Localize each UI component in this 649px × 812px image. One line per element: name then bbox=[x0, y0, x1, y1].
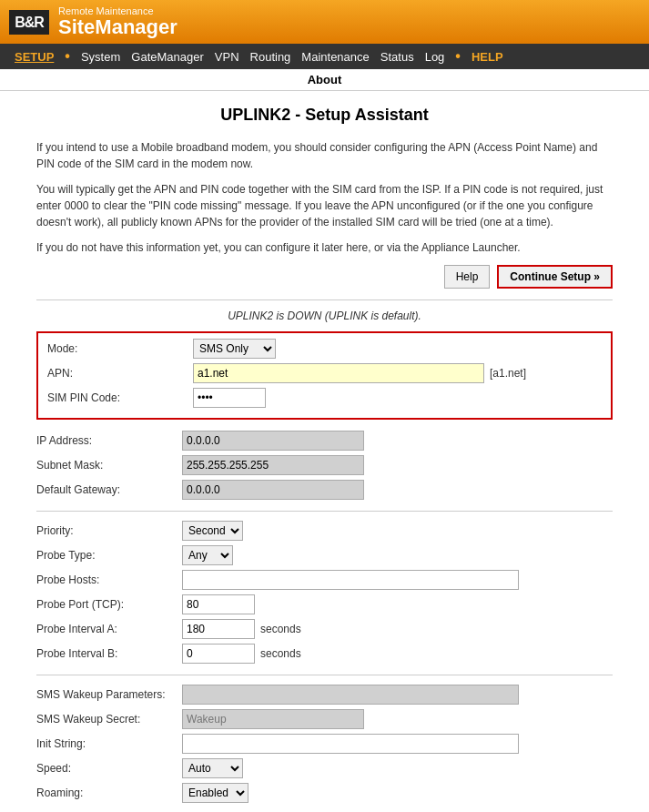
probe-hosts-label: Probe Hosts: bbox=[36, 573, 182, 586]
apn-label: APN: bbox=[47, 367, 193, 380]
header: B&R Remote Maintenance SiteManager bbox=[0, 0, 649, 44]
apn-input[interactable] bbox=[193, 363, 484, 383]
gateway-label: Default Gateway: bbox=[36, 483, 182, 496]
priority-row: Priority: First Second Third bbox=[36, 521, 613, 541]
divider-modem bbox=[36, 675, 613, 675]
sms-wakeup-params-input[interactable] bbox=[182, 685, 519, 705]
probe-interval-b-label: Probe Interval B: bbox=[36, 647, 182, 660]
status-line: UPLINK2 is DOWN (UPLINK is default). bbox=[36, 310, 613, 322]
nav-help[interactable]: HELP bbox=[466, 50, 509, 64]
priority-select[interactable]: First Second Third bbox=[182, 521, 243, 541]
sub-header: About bbox=[0, 69, 649, 91]
pin-label: SIM PIN Code: bbox=[47, 391, 193, 404]
nav-vpn[interactable]: VPN bbox=[209, 50, 245, 64]
subnet-label: Subnet Mask: bbox=[36, 459, 182, 472]
sms-wakeup-secret-label: SMS Wakeup Secret: bbox=[36, 713, 182, 726]
sms-wakeup-params-label: SMS Wakeup Parameters: bbox=[36, 688, 182, 701]
probe-interval-b-unit: seconds bbox=[260, 647, 301, 660]
roaming-select[interactable]: Enabled Disabled bbox=[182, 783, 248, 803]
modem-section: SMS Wakeup Parameters: SMS Wakeup Secret… bbox=[36, 685, 613, 803]
nav-setup[interactable]: SETUP bbox=[9, 50, 59, 64]
probe-hosts-row: Probe Hosts: bbox=[36, 570, 613, 590]
init-string-label: Init String: bbox=[36, 737, 182, 750]
pin-input[interactable] bbox=[193, 388, 266, 408]
mode-select[interactable]: SMS Only GSM/GPRS UMTS/3G LTE/4G Auto bbox=[193, 339, 276, 359]
gateway-input[interactable] bbox=[182, 480, 364, 500]
info-para-3: If you do not have this information yet,… bbox=[36, 239, 613, 256]
gateway-row: Default Gateway: bbox=[36, 480, 613, 500]
ip-row: IP Address: bbox=[36, 431, 613, 451]
help-button[interactable]: Help bbox=[444, 265, 491, 289]
ip-section: IP Address: Subnet Mask: Default Gateway… bbox=[36, 431, 613, 500]
logo: B&R bbox=[9, 10, 49, 35]
nav-maintenance[interactable]: Maintenance bbox=[296, 50, 374, 64]
roaming-row: Roaming: Enabled Disabled bbox=[36, 783, 613, 803]
probe-port-row: Probe Port (TCP): bbox=[36, 594, 613, 614]
divider-top bbox=[36, 299, 613, 300]
nav-routing[interactable]: Routing bbox=[245, 50, 297, 64]
highlighted-section: Mode: SMS Only GSM/GPRS UMTS/3G LTE/4G A… bbox=[36, 331, 613, 420]
speed-label: Speed: bbox=[36, 762, 182, 775]
pin-row: SIM PIN Code: bbox=[47, 388, 602, 408]
mode-label: Mode: bbox=[47, 342, 193, 355]
info-para-1: If you intend to use a Mobile broadband … bbox=[36, 139, 613, 172]
probe-interval-b-input[interactable] bbox=[182, 644, 255, 664]
priority-label: Priority: bbox=[36, 524, 182, 537]
sub-header-label: About bbox=[308, 73, 342, 86]
apn-hint: [a1.net] bbox=[490, 367, 526, 380]
info-para-2: You will typically get the APN and PIN c… bbox=[36, 181, 613, 230]
nav-dot1: • bbox=[59, 48, 76, 65]
probe-type-label: Probe Type: bbox=[36, 549, 182, 562]
navbar: SETUP • System GateManager VPN Routing M… bbox=[0, 44, 649, 69]
nav-gatemanager[interactable]: GateManager bbox=[126, 50, 209, 64]
probe-interval-b-row: Probe Interval B: seconds bbox=[36, 644, 613, 664]
page-title: UPLINK2 - Setup Assistant bbox=[36, 106, 613, 125]
probe-type-select[interactable]: Any TCP ICMP bbox=[182, 545, 233, 565]
nav-system[interactable]: System bbox=[76, 50, 126, 64]
ip-input[interactable] bbox=[182, 431, 364, 451]
probe-hosts-input[interactable] bbox=[182, 570, 519, 590]
speed-select[interactable]: Auto 9600 19200 38400 57600 115200 bbox=[182, 758, 243, 778]
subnet-row: Subnet Mask: bbox=[36, 455, 613, 475]
init-string-input[interactable] bbox=[182, 734, 519, 754]
probe-interval-a-unit: seconds bbox=[260, 623, 301, 635]
nav-status[interactable]: Status bbox=[375, 50, 420, 64]
sms-wakeup-secret-input[interactable] bbox=[182, 709, 364, 729]
ip-label: IP Address: bbox=[36, 434, 182, 447]
probe-interval-a-label: Probe Interval A: bbox=[36, 623, 182, 635]
init-string-row: Init String: bbox=[36, 734, 613, 754]
nav-dot2: • bbox=[450, 48, 466, 65]
nav-log[interactable]: Log bbox=[420, 50, 451, 64]
apn-row: APN: [a1.net] bbox=[47, 363, 602, 383]
sms-wakeup-params-row: SMS Wakeup Parameters: bbox=[36, 685, 613, 705]
subnet-input[interactable] bbox=[182, 455, 364, 475]
probe-port-input[interactable] bbox=[182, 594, 255, 614]
site-manager-text: SiteManager bbox=[58, 16, 177, 38]
continue-setup-button[interactable]: Continue Setup » bbox=[497, 265, 613, 289]
divider-probe bbox=[36, 511, 613, 512]
mode-row: Mode: SMS Only GSM/GPRS UMTS/3G LTE/4G A… bbox=[47, 339, 602, 359]
button-row: Help Continue Setup » bbox=[36, 265, 613, 289]
speed-row: Speed: Auto 9600 19200 38400 57600 11520… bbox=[36, 758, 613, 778]
probe-interval-a-input[interactable] bbox=[182, 619, 255, 639]
probe-section: Priority: First Second Third Probe Type:… bbox=[36, 521, 613, 664]
roaming-label: Roaming: bbox=[36, 787, 182, 799]
probe-interval-a-row: Probe Interval A: seconds bbox=[36, 619, 613, 639]
main-content: UPLINK2 - Setup Assistant If you intend … bbox=[0, 91, 649, 812]
sms-wakeup-secret-row: SMS Wakeup Secret: bbox=[36, 709, 613, 729]
probe-port-label: Probe Port (TCP): bbox=[36, 598, 182, 611]
logo-br: B&R bbox=[15, 14, 44, 31]
header-text: Remote Maintenance SiteManager bbox=[58, 5, 177, 38]
probe-type-row: Probe Type: Any TCP ICMP bbox=[36, 545, 613, 565]
